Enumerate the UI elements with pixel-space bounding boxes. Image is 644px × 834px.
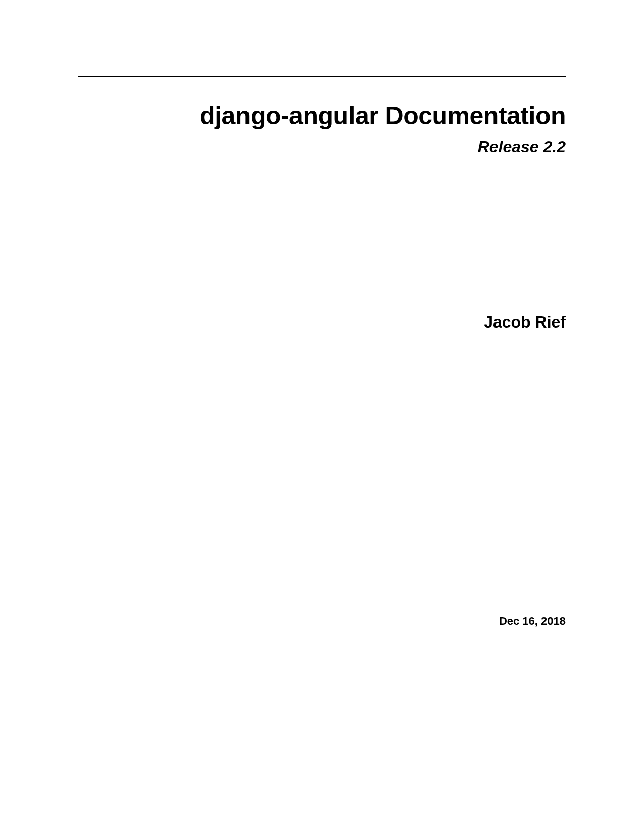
author-name: Jacob Rief	[78, 313, 566, 332]
document-title: django-angular Documentation	[78, 101, 566, 130]
horizontal-rule	[78, 76, 566, 77]
document-date: Dec 16, 2018	[78, 615, 566, 628]
document-page: django-angular Documentation Release 2.2…	[78, 0, 566, 834]
release-label: Release 2.2	[78, 137, 566, 156]
